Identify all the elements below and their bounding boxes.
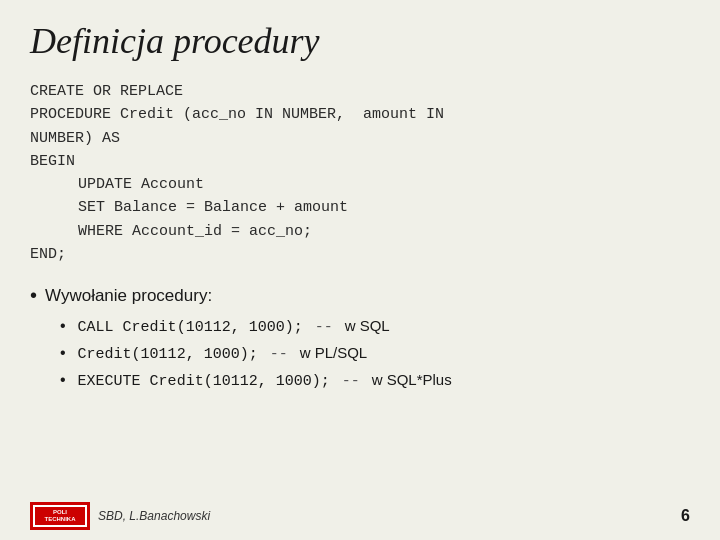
footer: POLITECHNIKA SBD, L.Banachowski 6 bbox=[0, 502, 720, 530]
footer-page: 6 bbox=[681, 507, 690, 525]
footer-author: SBD, L.Banachowski bbox=[98, 509, 210, 523]
bullet-2-code: Credit(10112, 1000); bbox=[78, 346, 258, 363]
footer-logo-text: POLITECHNIKA bbox=[45, 509, 76, 522]
bullet-1-code: CALL Credit(10112, 1000); bbox=[78, 319, 303, 336]
bullet-2-comment: -- bbox=[270, 346, 288, 363]
code-line-6: SET Balance = Balance + amount bbox=[78, 196, 690, 219]
bullet-2-comment-text: w PL/SQL bbox=[300, 344, 368, 361]
code-line-1: CREATE OR REPLACE bbox=[30, 80, 690, 103]
code-block: CREATE OR REPLACE PROCEDURE Credit (acc_… bbox=[30, 80, 690, 266]
bullet-item-2: Credit(10112, 1000); -- w PL/SQL bbox=[60, 344, 690, 363]
code-line-5: UPDATE Account bbox=[78, 173, 690, 196]
code-line-2: PROCEDURE Credit (acc_no IN NUMBER, amou… bbox=[30, 103, 690, 126]
section-label: Wywołanie procedury: bbox=[30, 284, 690, 307]
slide-title: Definicja procedury bbox=[30, 20, 690, 62]
bullet-section: Wywołanie procedury: CALL Credit(10112, … bbox=[30, 284, 690, 390]
code-line-8: END; bbox=[30, 243, 690, 266]
bullet-3-code: EXECUTE Credit(10112, 1000); bbox=[78, 373, 330, 390]
bullet-1-comment-text: w SQL bbox=[345, 317, 390, 334]
footer-logo-inner: POLITECHNIKA bbox=[33, 505, 87, 527]
bullet-3-comment: -- bbox=[342, 373, 360, 390]
code-line-4: BEGIN bbox=[30, 150, 690, 173]
code-line-7: WHERE Account_id = acc_no; bbox=[78, 220, 690, 243]
code-line-3: NUMBER) AS bbox=[30, 127, 690, 150]
bullet-item-1: CALL Credit(10112, 1000); -- w SQL bbox=[60, 317, 690, 336]
bullet-3-comment-text: w SQL*Plus bbox=[372, 371, 452, 388]
bullet-item-3: EXECUTE Credit(10112, 1000); -- w SQL*Pl… bbox=[60, 371, 690, 390]
footer-logo: POLITECHNIKA bbox=[30, 502, 90, 530]
bullet-1-comment: -- bbox=[315, 319, 333, 336]
footer-left: POLITECHNIKA SBD, L.Banachowski bbox=[30, 502, 210, 530]
slide: Definicja procedury CREATE OR REPLACE PR… bbox=[0, 0, 720, 540]
